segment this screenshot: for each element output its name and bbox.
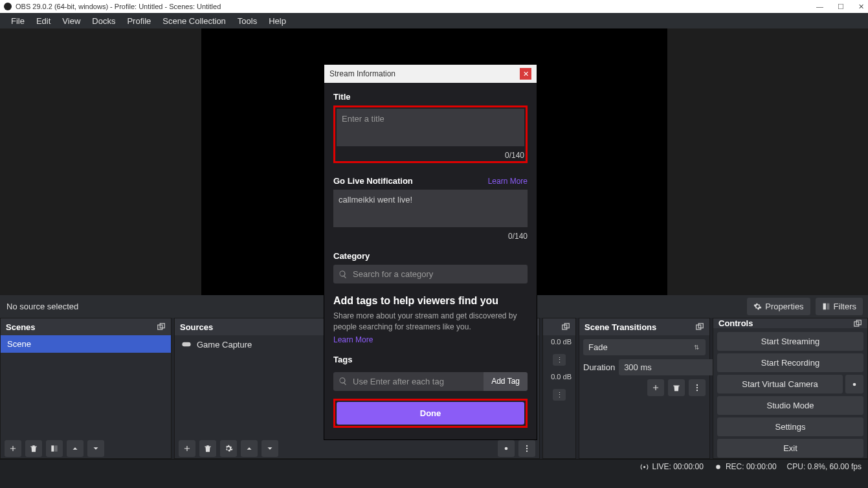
svg-rect-1 bbox=[827, 304, 829, 310]
gear-icon bbox=[224, 444, 233, 453]
minimize-icon[interactable]: — bbox=[816, 3, 823, 11]
trash-icon bbox=[29, 444, 38, 453]
transition-add-button[interactable] bbox=[647, 379, 664, 396]
svg-point-7 bbox=[526, 448, 528, 449]
chevron-up-icon bbox=[245, 444, 254, 453]
source-settings-button[interactable] bbox=[220, 440, 237, 457]
exit-button[interactable]: Exit bbox=[717, 439, 863, 458]
golive-label: Go Live Notification bbox=[333, 176, 413, 186]
scene-row[interactable]: Scene bbox=[1, 335, 171, 353]
start-recording-button[interactable]: Start Recording bbox=[717, 353, 863, 372]
plus-icon bbox=[651, 383, 660, 392]
source-delete-button[interactable] bbox=[199, 440, 216, 457]
svg-rect-0 bbox=[823, 304, 825, 310]
scene-down-button[interactable] bbox=[87, 440, 104, 457]
window-titlebar: OBS 29.0.2 (64-bit, windows) - Profile: … bbox=[0, 0, 868, 13]
done-highlight: Done bbox=[333, 399, 528, 428]
title-highlight: 0/140 bbox=[333, 105, 528, 163]
trash-icon bbox=[203, 444, 212, 453]
tags-subtext: Share more about your stream and get dis… bbox=[333, 311, 528, 333]
maximize-icon[interactable]: ☐ bbox=[838, 3, 844, 11]
svg-point-15 bbox=[696, 390, 698, 391]
menu-tools[interactable]: Tools bbox=[232, 16, 263, 26]
source-up-button[interactable] bbox=[241, 440, 258, 457]
start-streaming-button[interactable]: Start Streaming bbox=[717, 332, 863, 351]
svg-point-19 bbox=[716, 465, 720, 469]
transition-select[interactable]: Fade ⇅ bbox=[583, 339, 706, 355]
popout-icon[interactable] bbox=[561, 322, 570, 331]
svg-point-8 bbox=[526, 450, 528, 452]
golive-input[interactable] bbox=[333, 190, 528, 227]
filters-label: Filters bbox=[834, 302, 856, 311]
controls-dock: Controls Start Streaming Start Recording… bbox=[713, 318, 868, 459]
close-icon[interactable]: ✕ bbox=[858, 3, 864, 11]
duration-label: Duration bbox=[583, 362, 615, 372]
menu-help[interactable]: Help bbox=[263, 16, 292, 26]
transition-selected: Fade bbox=[588, 342, 608, 352]
obs-logo-icon bbox=[4, 3, 12, 10]
virtual-camera-settings-button[interactable] bbox=[845, 375, 863, 394]
menu-profile[interactable]: Profile bbox=[121, 16, 157, 26]
filters-button[interactable]: Filters bbox=[816, 298, 863, 315]
scenes-dock: Scenes Scene bbox=[0, 318, 172, 459]
golive-learn-more-link[interactable]: Learn More bbox=[488, 177, 528, 186]
transition-delete-button[interactable] bbox=[668, 379, 685, 396]
scene-up-button[interactable] bbox=[67, 440, 83, 457]
more-vertical-icon bbox=[693, 383, 702, 392]
cpu-status: CPU: 0.8%, 60.00 fps bbox=[787, 462, 862, 471]
modal-title: Stream Information bbox=[329, 69, 395, 78]
category-input[interactable] bbox=[353, 269, 522, 279]
grid-icon bbox=[50, 444, 59, 453]
sources-title: Sources bbox=[180, 322, 213, 332]
source-gear2-button[interactable] bbox=[498, 440, 515, 457]
category-label: Category bbox=[333, 251, 528, 261]
transitions-dock: Scene Transitions Fade ⇅ Duration ⇅ bbox=[579, 318, 710, 459]
gear-icon bbox=[850, 380, 859, 389]
title-input[interactable] bbox=[337, 109, 524, 146]
properties-button[interactable]: Properties bbox=[747, 298, 810, 315]
stream-information-modal: Stream Information ✕ Title 0/140 Go Live… bbox=[324, 64, 537, 440]
popout-icon[interactable] bbox=[695, 322, 704, 331]
popout-icon[interactable] bbox=[157, 322, 166, 331]
menu-docks[interactable]: Docks bbox=[86, 16, 121, 26]
broadcast-icon bbox=[640, 463, 649, 471]
svg-point-18 bbox=[643, 465, 645, 467]
menu-edit[interactable]: Edit bbox=[30, 16, 56, 26]
scene-filter-button[interactable] bbox=[46, 440, 63, 457]
search-icon bbox=[339, 270, 348, 279]
scene-delete-button[interactable] bbox=[25, 440, 42, 457]
done-button[interactable]: Done bbox=[337, 402, 524, 425]
svg-point-13 bbox=[696, 384, 698, 386]
audio-mixer-dock: 0.0 dB ⋮ 0.0 dB ⋮ bbox=[542, 318, 576, 459]
popout-icon[interactable] bbox=[853, 319, 862, 328]
source-add-button[interactable] bbox=[179, 440, 195, 457]
mixer-more-1[interactable]: ⋮ bbox=[553, 389, 566, 401]
svg-rect-5 bbox=[55, 445, 58, 451]
menu-view[interactable]: View bbox=[56, 16, 86, 26]
source-down-button[interactable] bbox=[262, 440, 278, 457]
rec-status: REC: 00:00:00 bbox=[726, 462, 777, 471]
transitions-title: Scene Transitions bbox=[584, 322, 656, 332]
mixer-db-0: 0.0 dB bbox=[544, 338, 574, 346]
tags-input[interactable] bbox=[353, 377, 478, 386]
tags-learn-more-link[interactable]: Learn More bbox=[333, 335, 373, 344]
add-tag-button[interactable]: Add Tag bbox=[484, 372, 528, 391]
scene-add-button[interactable] bbox=[5, 440, 21, 457]
settings-button[interactable]: Settings bbox=[717, 417, 863, 436]
menu-scene-collection[interactable]: Scene Collection bbox=[157, 16, 232, 26]
transition-more-button[interactable] bbox=[689, 379, 706, 396]
chevron-up-icon bbox=[71, 444, 80, 453]
mixer-more-0[interactable]: ⋮ bbox=[553, 354, 566, 366]
plus-icon bbox=[8, 444, 17, 453]
tags-search[interactable] bbox=[333, 372, 484, 391]
gear-icon bbox=[502, 444, 511, 453]
category-search[interactable] bbox=[333, 265, 528, 283]
menu-file[interactable]: File bbox=[5, 16, 30, 26]
studio-mode-button[interactable]: Studio Mode bbox=[717, 396, 863, 415]
svg-point-14 bbox=[696, 387, 698, 388]
source-more-button[interactable] bbox=[518, 440, 535, 457]
start-virtual-camera-button[interactable]: Start Virtual Camera bbox=[717, 375, 843, 394]
gear-icon bbox=[753, 302, 762, 311]
modal-close-button[interactable]: ✕ bbox=[520, 68, 531, 80]
window-title: OBS 29.0.2 (64-bit, windows) - Profile: … bbox=[16, 3, 221, 10]
